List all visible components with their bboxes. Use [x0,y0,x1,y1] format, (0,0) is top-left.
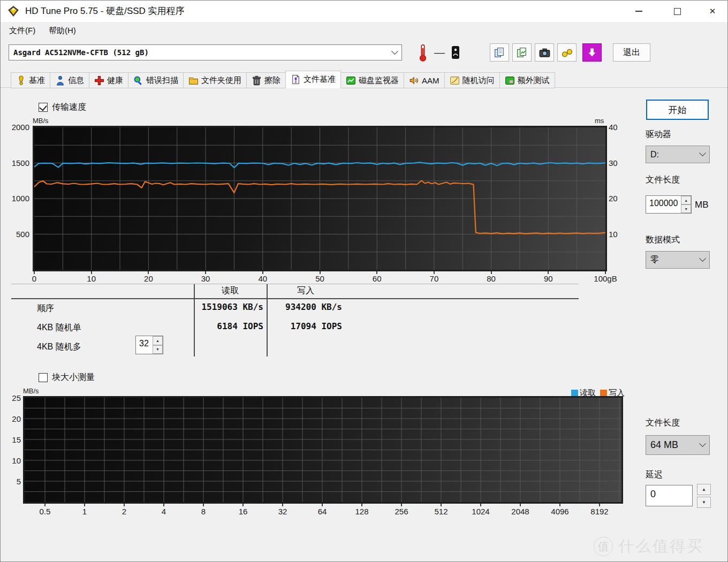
tab-info[interactable]: 信息 [50,72,89,88]
disk-monitor-tab-icon [346,75,356,86]
delay-up-button[interactable]: ▲ [697,484,711,495]
delay-updown: ▲ ▼ [697,484,711,508]
bottom-file-length-combobox[interactable]: 64 MB [646,435,710,455]
queue-depth-spinner: 32 ▲ ▼ [135,336,163,354]
drive-select[interactable]: Asgard AC512NVMe-CFTB (512 gB) [9,44,402,60]
stats-row-4k-multi-label: 4KB 随机多 [37,341,81,353]
options-button[interactable] [557,43,577,62]
report-icon [517,47,527,58]
tick-label: 70 [421,274,448,283]
queue-depth-up-button[interactable]: ▲ [153,336,163,345]
tab-benchmark[interactable]: 基准 [11,72,50,88]
file-length-spinner: 100000 ▲ ▼ [646,195,692,214]
tick-label: 128 [348,507,375,516]
file-length-down-button[interactable]: ▼ [681,204,691,213]
speaker-icon [409,75,419,86]
screenshot-button[interactable] [535,43,554,62]
data-mode-label: 数据模式 [646,234,680,246]
tab-extra-tests[interactable]: 额外测试 [499,72,555,88]
chevron-down-icon [391,48,398,55]
tick-label: 2 [111,507,138,516]
tick-label: 8 [190,507,217,516]
download-arrow-icon [587,48,597,57]
tab-aam[interactable]: AAM [404,72,445,88]
stats-4k-single-read: 6184 IOPS [191,321,263,331]
top-chart-yunit-left: MB/s [33,117,49,125]
report-button[interactable] [512,43,532,62]
tick-label: 4 [150,507,177,516]
block-size-checkbox-row: 块大小测量 [39,372,95,383]
tab-random-access[interactable]: 随机访问 [444,72,500,88]
extra-tests-tab-icon [505,75,515,86]
drive-label: 驱动器 [646,129,671,140]
tick-label: 256 [388,507,415,516]
download-button[interactable] [582,43,602,62]
tick-label: 4096 [547,507,573,516]
disk-status-icon [450,45,461,59]
tick-label: 10 [78,274,105,283]
tab-health[interactable]: 健康 [89,72,128,88]
file-length-value[interactable]: 100000 [646,196,681,213]
transfer-speed-label: 传输速度 [52,102,86,113]
drive-combobox[interactable]: D: [646,146,710,163]
tick-label: 32 [269,507,296,516]
tick-label: 1000 [2,194,29,203]
stats-row-4k-single-label: 4KB 随机单 [37,322,81,333]
block-size-chart [23,396,623,504]
tick-label: 512 [428,507,454,516]
benchmark-tab-icon [16,75,26,86]
stats-header-divider [11,298,579,299]
random-access-tab-icon [450,75,460,86]
menu-file[interactable]: 文件(F) [5,22,40,39]
menu-help[interactable]: 帮助(H) [44,22,80,39]
tick-label: 100gB [592,274,619,283]
data-mode-combobox[interactable]: 零 [646,251,710,269]
delay-input[interactable]: 0 [646,485,693,506]
file-length-up-button[interactable]: ▲ [681,196,691,204]
app-icon [7,5,19,17]
minimize-icon [635,11,642,12]
file-length-label: 文件长度 [646,174,680,186]
tick-label: 20 [609,194,632,203]
transfer-speed-checkbox[interactable] [39,103,48,112]
copy-button[interactable] [490,43,509,62]
tab-erase[interactable]: 擦除 [246,72,286,88]
tick-label: 30 [192,274,219,283]
bottom-chart-y-axis: 510152025 [2,398,21,502]
file-length-unit: MB [695,200,709,210]
tick-label: 10 [609,230,632,239]
delay-down-button[interactable]: ▼ [697,497,711,508]
block-size-checkbox[interactable] [39,373,48,382]
tick-label: 90 [535,274,562,283]
tick-label: 40 [609,123,632,132]
start-button[interactable]: 开始 [646,100,709,120]
minimize-button[interactable] [626,1,651,22]
maximize-button[interactable] [664,1,690,22]
tab-disk-monitor[interactable]: 磁盘监视器 [340,72,404,88]
tick-label: 50 [307,274,333,283]
queue-depth-value[interactable]: 32 [136,336,153,354]
tab-file-benchmark[interactable]: 文件基准 [285,71,341,88]
stats-row-sequential-label: 顺序 [37,303,54,314]
thermometer-icon [418,44,428,60]
tick-label: 10 [2,456,21,465]
queue-depth-down-button[interactable]: ▼ [153,345,163,354]
title-bar: HD Tune Pro 5.75 - 硬盘/SSD 实用程序 ✕ [1,1,727,22]
tick-label: 0.5 [32,507,58,516]
stats-divider-2 [267,284,268,356]
close-button[interactable]: ✕ [700,1,725,22]
stats-col-write: 写入 [268,285,343,297]
top-chart-x-axis: 0102030405060708090100gB [34,274,605,285]
transfer-speed-checkbox-row: 传输速度 [39,102,86,113]
tick-label: 64 [309,507,336,516]
tab-error-scan[interactable]: 错误扫描 [128,72,184,88]
magnifier-icon [133,75,143,86]
exit-button[interactable]: 退出 [613,43,650,62]
camera-icon [539,47,550,58]
tab-folder-usage[interactable]: 文件夹使用 [183,72,247,88]
stats-sequential-write: 934200 KB/s [268,302,342,312]
tick-label: 5 [2,477,21,486]
chevron-down-icon [699,440,706,447]
tick-label: 2048 [507,507,534,516]
watermark: 值 什么值得买 [594,536,704,557]
